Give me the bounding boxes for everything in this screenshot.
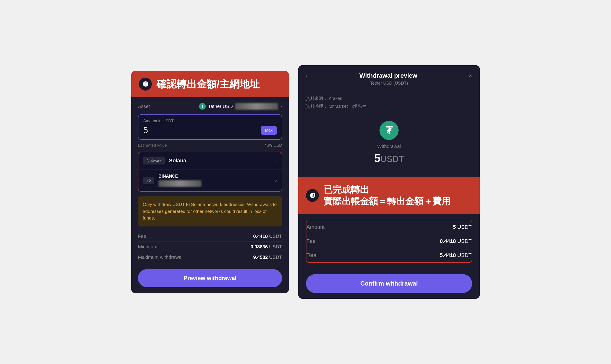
left-content: Asset ₮ Tether USD › Amount in USDT 5 Ma…	[131, 97, 289, 293]
confirm-withdrawal-button[interactable]: Confirm withdrawal	[306, 274, 472, 293]
max-withdrawal-label: Maximum withdrawal	[138, 255, 182, 260]
minimum-value: 0.08836 USDT	[250, 244, 282, 250]
completion-banner-text: 已完成轉出 實際出帳金額＝轉出金額＋費用	[324, 184, 451, 208]
warning-text: Only withdraw USDT to Solana network add…	[143, 201, 277, 222]
fee-label: Fee	[138, 234, 146, 239]
banner-line2: 實際出帳金額＝轉出金額＋費用	[324, 195, 451, 207]
fee-value: 0.4418 USDT	[253, 234, 282, 239]
tether-icon-small: ₮	[199, 103, 206, 110]
minimum-label: Minimum	[138, 244, 157, 250]
left-panel: ❼ 確認轉出金額/主網地址 Asset ₮ Tether USD › Amoun…	[131, 71, 289, 293]
address-row[interactable]: To BINANCE ›	[139, 169, 282, 191]
summary-fee-value: 0.4418 USDT	[440, 238, 472, 244]
data-source: 資料來源： Kraken 資料整理： Mr.Market 市場先生	[298, 91, 480, 114]
withdrawal-type-label: Withdrawal	[377, 144, 401, 149]
summary-fee-row: Fee 0.4418 USDT	[306, 234, 472, 248]
amount-input-box[interactable]: Amount in USDT 5 Max	[138, 114, 282, 140]
summary-amount-value: 5 USDT	[453, 224, 472, 230]
fee-row: Fee 0.4418 USDT	[138, 231, 282, 242]
summary-amount-row: Amount 5 USDT	[306, 220, 472, 234]
close-button[interactable]: ×	[469, 72, 472, 79]
withdrawal-header: ‹ Withdrawal preview × Tether USD (USDT)	[298, 65, 480, 91]
summary-total-row: Total 5.4418 USDT	[306, 248, 472, 262]
max-withdrawal-value: 9.4582 USDT	[253, 255, 282, 260]
estimated-value: 4.99 USD	[264, 143, 282, 148]
network-tag: Network	[143, 157, 165, 165]
amount-input-value[interactable]: 5	[143, 125, 148, 135]
network-address-box: Network Solana › To BINANCE ›	[138, 152, 282, 192]
estimated-row: Estimated value 4.99 USD	[138, 143, 282, 148]
asset-label: Asset	[138, 104, 150, 109]
left-header-title: 確認轉出金額/主網地址	[157, 78, 260, 90]
to-tag: To	[143, 177, 154, 184]
max-button[interactable]: Max	[261, 126, 277, 135]
address-chevron-icon[interactable]: ›	[275, 178, 277, 183]
asset-name: Tether USD	[208, 104, 233, 109]
withdrawal-title: Withdrawal preview	[308, 72, 469, 79]
back-button[interactable]: ‹	[306, 72, 308, 79]
summary-total-label: Total	[306, 252, 318, 258]
network-chevron-icon[interactable]: ›	[275, 158, 277, 164]
summary-amount-label: Amount	[306, 224, 325, 230]
network-row[interactable]: Network Solana ›	[139, 152, 282, 169]
network-value: Solana	[169, 157, 275, 164]
summary-fee-label: Fee	[306, 238, 316, 244]
balance-blurred	[235, 103, 278, 110]
preview-withdrawal-button[interactable]: Preview withdrawal	[138, 269, 282, 287]
completion-banner: ❽ 已完成轉出 實際出帳金額＝轉出金額＋費用	[298, 177, 480, 214]
data-source-line2: 資料整理： Mr.Market 市場先生	[306, 103, 472, 110]
exchange-name: BINANCE	[158, 174, 275, 179]
step-7-badge: ❼	[139, 78, 152, 91]
withdrawal-subtitle: Tether USD (USDT)	[306, 81, 472, 86]
asset-row: Asset ₮ Tether USD ›	[138, 103, 282, 110]
withdrawal-body: ₮ Withdrawal 5USDT	[298, 114, 480, 177]
step-8-badge: ❽	[306, 189, 319, 202]
summary-box: Amount 5 USDT Fee 0.4418 USDT Total 5.44…	[306, 220, 472, 263]
estimated-label: Estimated value	[138, 143, 167, 148]
summary-section: Amount 5 USDT Fee 0.4418 USDT Total 5.44…	[298, 214, 480, 274]
warning-box: Only withdraw USDT to Solana network add…	[138, 196, 282, 226]
left-header: ❼ 確認轉出金額/主網地址	[131, 71, 289, 97]
tether-icon-large: ₮	[379, 121, 399, 140]
right-panel: ‹ Withdrawal preview × Tether USD (USDT)…	[298, 65, 480, 299]
minimum-row: Minimum 0.08836 USDT	[138, 242, 282, 252]
address-blurred	[158, 180, 201, 187]
withdrawal-amount: 5USDT	[374, 152, 404, 165]
asset-chevron-icon[interactable]: ›	[280, 104, 282, 109]
data-source-line1: 資料來源： Kraken	[306, 95, 472, 102]
summary-total-value: 5.4418 USDT	[440, 252, 472, 258]
amount-input-label: Amount in USDT	[143, 119, 277, 123]
fee-section: Fee 0.4418 USDT Minimum 0.08836 USDT Max…	[138, 231, 282, 262]
banner-line1: 已完成轉出	[324, 184, 451, 195]
max-withdrawal-row: Maximum withdrawal 9.4582 USDT	[138, 252, 282, 262]
